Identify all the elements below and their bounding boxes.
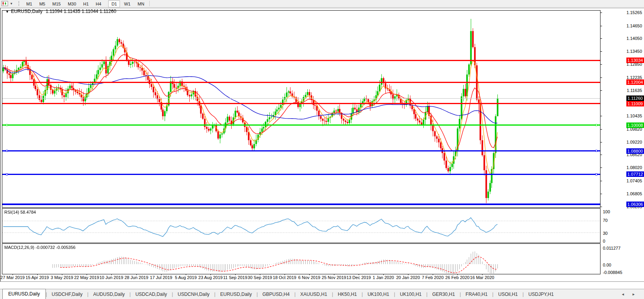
line-handle-left[interactable] (6, 124, 8, 126)
date-axis-label: 20 Jan 2020 (396, 275, 420, 280)
date-axis-label: 10 Jun 2019 (100, 275, 123, 280)
chart-tab-usdjpy-h1[interactable]: USDJPY,H1 (524, 290, 558, 299)
chart-tab-audusd-daily[interactable]: AUDUSD,Daily (89, 290, 130, 299)
price-axis-tick-label: 1.10435 (619, 113, 642, 118)
chart-tab-xauusd-h1[interactable]: XAUUSD,H1 (296, 290, 332, 299)
price-axis-tick (600, 116, 602, 116)
price-tag: 1.06306 (626, 202, 644, 207)
toolbar-grip[interactable] (18, 1, 20, 6)
chart-tab-gbpusd-h4[interactable]: GBPUSD,H4 (258, 290, 294, 299)
timeframe-button-m5[interactable]: M5 (36, 0, 48, 7)
price-axis-tick-label: 1.06805 (619, 191, 642, 196)
date-axis-label: 3 May 2019 (51, 275, 73, 280)
chart-tab-eurusd-daily[interactable]: EURUSD,Daily (216, 290, 257, 299)
price-axis-tick-label: 1.09220 (619, 140, 642, 144)
window-frame-bottom (0, 281, 644, 282)
timeframe-button-mn[interactable]: MN (134, 0, 147, 7)
timeframe-button-m1[interactable]: M1 (23, 0, 35, 7)
price-axis-tick-label: 1.14050 (619, 36, 642, 41)
price-axis-tick-label: 1.13450 (619, 49, 642, 54)
macd-chart-canvas[interactable] (2, 244, 600, 274)
timeframe-button-h1[interactable]: H1 (80, 0, 92, 7)
date-axis-label: 27 Mar 2019 (0, 275, 25, 280)
price-axis-tick-label: 1.07405 (619, 178, 642, 183)
date-axis-label: 7 Feb 2020 (422, 275, 444, 280)
horizontal-price-line[interactable] (2, 124, 600, 126)
price-tag: 1.11009 (626, 101, 644, 106)
price-axis-tick (600, 90, 602, 91)
price-axis-tick-label: 1.08020 (619, 165, 642, 170)
timeframe-buttons: M1M5M15M30H1H4D1W1MN (23, 0, 148, 7)
timeframe-button-m15[interactable]: M15 (49, 0, 63, 7)
date-axis-label: 30 Sep 2019 (248, 275, 272, 280)
chart-tab-eurusd-daily[interactable]: EURUSD,Daily (2, 289, 46, 299)
line-handle-right[interactable] (595, 173, 597, 175)
horizontal-price-line[interactable] (2, 60, 600, 61)
date-axis-label: 6 Nov 2019 (298, 275, 320, 280)
horizontal-price-line[interactable] (2, 103, 600, 104)
price-axis-tick (600, 26, 602, 26)
horizontal-price-line[interactable] (2, 150, 600, 151)
chart-tab-ger30-h1[interactable]: GER30,H1 (428, 290, 460, 299)
price-axis-tick (600, 181, 602, 181)
toolbar-separator (149, 1, 150, 6)
window-frame-left (0, 8, 1, 282)
chart-tab-uk100-h1[interactable]: UK100,H1 (363, 290, 394, 299)
price-axis-tick (600, 77, 602, 78)
window-frame-top (0, 8, 644, 8)
chart-tabs: EURUSD,Daily|USDCHF,Daily|AUDUSD,Daily|U… (0, 289, 559, 299)
tab-scroll-arrows: ◄ ► (621, 292, 639, 299)
candlestick-chart-icon[interactable] (1, 1, 8, 6)
horizontal-price-line[interactable] (2, 174, 600, 175)
rsi-scale-label: 0 (602, 239, 642, 243)
chart-symbol-label: EURUSD,Daily (11, 9, 43, 14)
timeframe-toolbar: ▼ M1M5M15M30H1H4D1W1MN (0, 0, 644, 7)
candlestick-chart-canvas[interactable] (2, 11, 600, 207)
chart-ohlc-values: 1.11094 1.11435 1.11044 1.11260 (46, 9, 116, 14)
date-axis-label: 28 Jun 2019 (125, 275, 149, 280)
price-tag: 1.08800 (626, 148, 644, 154)
timeframe-button-m30[interactable]: M30 (65, 0, 79, 7)
macd-scale-label: 0.011277 (602, 246, 642, 250)
chart-tab-uk100-h1[interactable]: UK100,H1 (395, 290, 426, 299)
price-axis-tick-label: 1.11635 (619, 88, 642, 93)
line-handle-right[interactable] (595, 124, 597, 126)
timeframe-button-h4[interactable]: H4 (93, 0, 104, 7)
timeframe-button-d1[interactable]: D1 (108, 0, 120, 7)
horizontal-price-line[interactable] (2, 204, 600, 205)
date-axis-label: 11 Sep 2019 (223, 275, 247, 280)
rsi-label: RSI(14) 58.4784 (4, 210, 36, 214)
line-handle-left[interactable] (6, 150, 8, 152)
rsi-scale-label: 70 (602, 218, 642, 223)
price-tag: 1.07712 (626, 171, 644, 177)
price-axis-tick-label: 1.15265 (619, 10, 642, 15)
price-axis-tick (600, 64, 602, 65)
date-axis-label: 26 Feb 2020 (445, 275, 470, 280)
macd-scale-label: 0.00 (602, 263, 642, 267)
date-axis-label: 18 Oct 2019 (273, 275, 296, 280)
chart-tab-usdcad-daily[interactable]: USDCAD,Daily (131, 290, 172, 299)
price-axis-tick (600, 155, 602, 155)
horizontal-price-line[interactable] (2, 98, 600, 99)
line-handle-right[interactable] (595, 150, 597, 152)
price-axis-tick (600, 207, 602, 207)
chart-tab-fra40-h1[interactable]: FRA40,H1 (461, 290, 492, 299)
price-axis-tick (600, 51, 602, 52)
chart-tab-usdcnh-daily[interactable]: USDCNH,Daily (173, 290, 214, 299)
chart-tab-usdchf-daily[interactable]: USDCHF,Daily (47, 290, 87, 299)
rsi-chart-canvas[interactable] (2, 209, 600, 243)
chart-tab-usoil-h1[interactable]: USOil,H1 (493, 290, 522, 299)
line-handle-left[interactable] (6, 173, 8, 175)
price-tag: 1.12004 (626, 79, 644, 85)
date-axis-label: 22 May 2019 (74, 275, 99, 280)
chart-title: ▼EURUSD,Daily1.11094 1.11435 1.11044 1.1… (5, 9, 116, 14)
chart-type-dropdown-caret[interactable]: ▼ (10, 2, 13, 5)
timeframe-button-w1[interactable]: W1 (121, 0, 134, 7)
chart-tab-hk50-h1[interactable]: HK50,H1 (333, 290, 362, 299)
chart-collapse-caret[interactable]: ▼ (5, 10, 9, 14)
price-axis-tick-label: 1.14650 (619, 23, 642, 28)
date-axis-label: 5 Aug 2019 (175, 275, 197, 280)
horizontal-price-line[interactable] (2, 82, 600, 83)
price-axis-tick (600, 13, 602, 13)
price-axis-tick (600, 194, 602, 194)
